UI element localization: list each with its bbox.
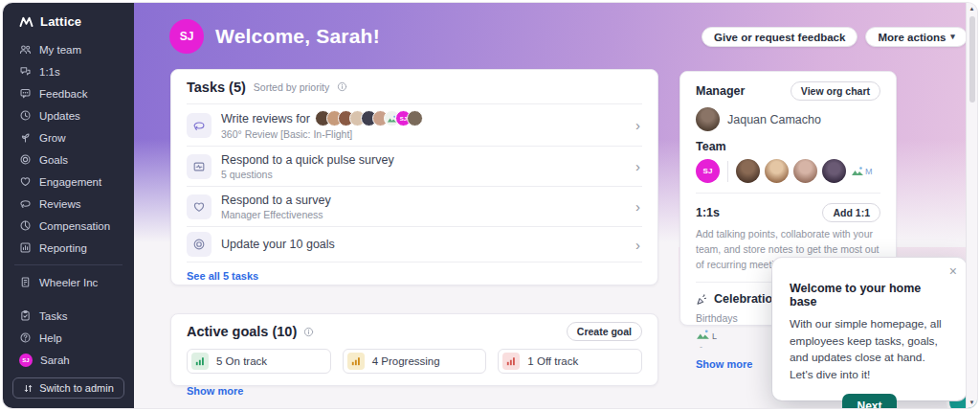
help-icon: [19, 331, 32, 344]
bar-chart-icon: [502, 353, 520, 370]
goals-show-more-link[interactable]: Show more: [187, 385, 243, 397]
task-row-update-goals[interactable]: Update your 10 goals ›: [187, 227, 642, 263]
task-content: Respond to a quick pulse survey 5 questi…: [221, 153, 626, 180]
sidebar-item-company[interactable]: Wheeler Inc: [3, 271, 134, 293]
team-avatar-sj[interactable]: SJ: [696, 159, 720, 183]
sidebar-item-label: Compensation: [39, 220, 110, 232]
manager-row[interactable]: Jaquan Camacho: [696, 107, 880, 131]
task-subtitle: Manager Effectiveness: [221, 209, 626, 220]
task-row-survey[interactable]: Respond to a survey Manager Effectivenes…: [187, 187, 642, 227]
team-avatar[interactable]: [765, 159, 789, 183]
sidebar-item-label: My team: [39, 44, 81, 56]
sidebar-item-updates[interactable]: Updates: [3, 104, 134, 126]
compensation-icon: [19, 219, 32, 232]
one-on-one-icon: [19, 65, 32, 78]
scrollbar-thumb[interactable]: [969, 16, 975, 103]
scrollbar[interactable]: ▲ ▼: [966, 3, 977, 408]
scroll-up-icon[interactable]: ▲: [969, 6, 975, 11]
chevron-right-icon: ›: [635, 237, 642, 253]
heart-icon: [187, 194, 212, 219]
caret-down-icon: ▾: [950, 33, 955, 41]
switch-to-admin-button[interactable]: Switch to admin: [12, 377, 124, 399]
sidebar-item-help[interactable]: Help: [3, 327, 134, 349]
sidebar-item-grow[interactable]: Grow: [3, 126, 134, 148]
sidebar-item-reporting[interactable]: Reporting: [3, 237, 134, 259]
sidebar-item-label: Updates: [39, 110, 80, 122]
sidebar-item-tasks[interactable]: Tasks: [3, 305, 134, 327]
team-avatar[interactable]: [736, 159, 760, 183]
updates-icon: [19, 109, 32, 122]
task-title: Write reviews for: [221, 112, 310, 126]
mountain-icon: [696, 328, 710, 341]
sidebar-item-feedback[interactable]: Feedback: [3, 82, 134, 104]
task-row-pulse-survey[interactable]: Respond to a quick pulse survey 5 questi…: [187, 147, 642, 187]
tasks-card: Tasks (5) Sorted by priority Write revie…: [170, 69, 658, 285]
close-icon[interactable]: ×: [949, 263, 957, 279]
info-icon[interactable]: [303, 327, 314, 337]
progressing-chip[interactable]: 4 Progressing: [343, 349, 487, 374]
sidebar: Lattice My team 1:1s Feedback Updates Gr…: [3, 3, 134, 408]
scroll-down-icon[interactable]: ▼: [969, 400, 975, 405]
task-content: Write reviews for SJ 360° Review [Basic:…: [221, 110, 626, 140]
task-title: Update your 10 goals: [221, 238, 335, 251]
switch-to-admin-label: Switch to admin: [39, 382, 114, 394]
sidebar-spacer: [3, 293, 134, 305]
team-label: Team: [696, 140, 880, 153]
team-avatar[interactable]: [822, 159, 846, 183]
tasks-clipboard-icon: [19, 309, 32, 322]
popup-body: With our simple homepage, all employees …: [790, 316, 949, 384]
celebrations-show-more-link[interactable]: Show more: [696, 358, 752, 370]
sidebar-item-reviews[interactable]: Reviews: [3, 193, 134, 215]
page-title: Welcome, Sarah!: [215, 25, 380, 48]
view-org-chart-button[interactable]: View org chart: [791, 81, 880, 101]
sidebar-item-label: Grow: [39, 132, 65, 144]
manager-label: Manager: [696, 84, 745, 98]
sidebar-item-my-team[interactable]: My team: [3, 38, 134, 60]
chevron-right-icon: ›: [635, 158, 642, 174]
view-org-chart-label: View org chart: [801, 85, 870, 97]
reviewee-avatars: SJ: [315, 110, 423, 126]
target-icon: [187, 232, 212, 257]
sidebar-item-label: Wheeler Inc: [39, 277, 98, 288]
sidebar-item-compensation[interactable]: Compensation: [3, 215, 134, 237]
off-track-label: 1 Off track: [527, 355, 578, 367]
welcome-avatar[interactable]: SJ: [169, 19, 204, 54]
tasks-sort-label: Sorted by priority: [254, 81, 329, 93]
sidebar-item-label: Goals: [39, 154, 68, 166]
sidebar-item-profile[interactable]: SJ Sarah: [3, 349, 134, 371]
team-avatar-placeholder[interactable]: M: [851, 165, 873, 177]
sidebar-item-label: Help: [39, 332, 62, 344]
sidebar-nav: My team 1:1s Feedback Updates Grow Goals: [3, 38, 134, 259]
chevron-right-icon: ›: [635, 198, 642, 215]
sidebar-item-label: Reviews: [39, 198, 80, 210]
team-divider: [727, 161, 728, 182]
more-actions-button[interactable]: More actions ▾: [865, 27, 967, 47]
reviews-loop-icon: [187, 113, 212, 138]
sidebar-item-goals[interactable]: Goals: [3, 148, 134, 171]
create-goal-button[interactable]: Create goal: [567, 322, 642, 341]
lattice-app-window: Lattice My team 1:1s Feedback Updates Gr…: [3, 3, 977, 408]
on-track-chip[interactable]: 5 On track: [187, 349, 331, 374]
see-all-tasks-link[interactable]: See all 5 tasks: [187, 270, 258, 282]
info-icon[interactable]: [337, 81, 347, 92]
tasks-card-footer: See all 5 tasks: [187, 263, 642, 289]
sidebar-divider: [14, 264, 122, 265]
goals-card-header: Active goals (10) Create goal: [187, 322, 642, 341]
sidebar-item-engagement[interactable]: Engagement: [3, 171, 134, 193]
more-actions-label: More actions: [878, 32, 946, 43]
task-content: Respond to a survey Manager Effectivenes…: [221, 194, 626, 220]
active-goals-card: Active goals (10) Create goal 5 On track…: [170, 313, 658, 386]
add-1-1-label: Add 1:1: [833, 207, 870, 218]
goal-status-chips: 5 On track 4 Progressing 1 Off track: [187, 349, 642, 374]
off-track-chip[interactable]: 1 Off track: [498, 349, 642, 374]
sidebar-item-1-1s[interactable]: 1:1s: [3, 60, 134, 82]
add-1-1-button[interactable]: Add 1:1: [822, 203, 880, 222]
next-button[interactable]: Next: [842, 394, 896, 408]
one-on-ones-header: 1:1s Add 1:1: [696, 203, 880, 222]
pulse-survey-icon: [187, 154, 212, 179]
task-row-write-reviews[interactable]: Write reviews for SJ 360° Review [Basic:…: [187, 104, 642, 147]
lattice-logo[interactable]: Lattice: [3, 3, 134, 34]
give-feedback-button[interactable]: Give or request feedback: [702, 27, 858, 47]
task-subtitle: 5 questions: [221, 169, 626, 180]
team-avatar[interactable]: [793, 159, 817, 183]
